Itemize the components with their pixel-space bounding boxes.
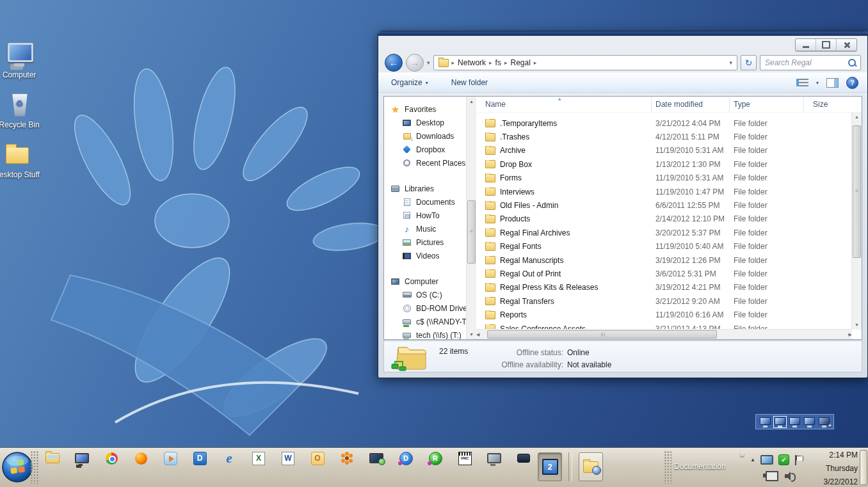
file-row[interactable]: Interviews11/19/2010 1:47 PMFile folder (476, 185, 862, 198)
tray-display-icon[interactable] (760, 455, 773, 465)
scroll-down-icon[interactable]: ▼ (852, 320, 862, 330)
toolbar-grip[interactable] (664, 451, 671, 484)
change-view-icon[interactable] (796, 79, 808, 86)
show-hidden-icons-button[interactable]: ▲ (750, 457, 755, 463)
nav-item-documents[interactable]: Documents (384, 195, 466, 209)
search-box[interactable]: Search Regal (760, 55, 861, 70)
nav-item-music[interactable]: Music (384, 222, 466, 236)
display-off-icon[interactable] (516, 451, 531, 466)
display-settings-icon[interactable] (74, 451, 90, 466)
desktop-icon-desktop-stuff[interactable]: Desktop Stuff (0, 141, 45, 179)
chrome-icon[interactable] (104, 451, 119, 466)
back-button[interactable]: ← (385, 54, 403, 72)
file-row[interactable]: Regal Final Archives3/20/2012 5:37 PMFil… (476, 226, 862, 239)
nav-scrollbar-thumb[interactable] (467, 200, 476, 264)
scroll-up-icon[interactable]: ▲ (852, 112, 862, 122)
nav-item-bd-rom-drive[interactable]: BD-ROM Drive ( (384, 301, 466, 315)
r-badge-icon[interactable]: R (428, 451, 443, 466)
preview-pane-icon[interactable] (826, 78, 839, 88)
tray-network-icon[interactable] (766, 471, 778, 481)
network-pc-icon[interactable] (486, 451, 502, 466)
file-row[interactable]: Regal Manuscripts3/19/2012 1:26 PMFile f… (476, 253, 862, 267)
views-dropdown-icon[interactable]: ▾ (816, 80, 819, 86)
toolbar-grip[interactable] (31, 451, 38, 484)
file-row[interactable]: Archive11/19/2010 5:31 AMFile folder (476, 144, 862, 157)
nav-item-downloads[interactable]: Downloads (384, 129, 466, 143)
scroll-down-icon[interactable]: ▼ (467, 330, 476, 339)
nav-pane-scrollbar[interactable]: ▲ ▼ (466, 97, 476, 339)
breadcrumb-network[interactable]: Network (458, 58, 486, 67)
file-row[interactable]: Regal Out of Print3/6/2012 5:31 PMFile f… (476, 267, 862, 280)
file-row[interactable]: Products2/14/2012 12:10 PMFile folder (476, 212, 862, 226)
nav-header-favorites[interactable]: Favorites (384, 103, 466, 116)
vnc-icon[interactable]: VNC (457, 451, 472, 466)
firefox-icon[interactable] (133, 451, 149, 466)
word-icon[interactable]: W (280, 451, 296, 466)
flower-app-icon[interactable] (339, 451, 355, 466)
nav-item-os-c[interactable]: OS (C:) (384, 288, 466, 301)
organize-button[interactable]: Organize ▾ (387, 76, 432, 89)
documentation-toolbar-label[interactable]: Documentation (674, 462, 726, 471)
window-title-bar[interactable] (378, 31, 867, 36)
file-row[interactable]: Regal Press Kits & Releases3/19/2012 4:2… (476, 281, 862, 294)
taskbar-window-app2[interactable]: 2 (538, 452, 562, 481)
display-3-icon[interactable] (789, 417, 801, 427)
nav-item-desktop[interactable]: Desktop (384, 116, 466, 129)
app-d-tile-icon[interactable]: D (192, 451, 207, 466)
column-header-date-modified[interactable]: Date modified (652, 97, 730, 112)
breadcrumb-regal[interactable]: Regal (510, 58, 530, 67)
desktop-icon-computer[interactable]: Computer (0, 41, 47, 79)
breadcrumb[interactable]: ▸ Network ▸ fs ▸ Regal ▸ ▾ (433, 55, 737, 70)
file-row[interactable]: .Trashes4/12/2011 5:11 PMFile folder (476, 130, 862, 143)
column-header-type[interactable]: Type (730, 97, 804, 112)
desktop-icon-recycle-bin[interactable]: Recycle Bin (0, 91, 47, 129)
media-player-icon[interactable] (163, 451, 178, 466)
vertical-scrollbar[interactable]: ▲ ▼ (851, 112, 862, 330)
d-badge-icon[interactable]: D (398, 451, 414, 466)
toolbar-overflow-chevron[interactable]: » (740, 450, 744, 459)
add-display-icon[interactable]: + (818, 417, 830, 427)
scroll-up-icon[interactable]: ▲ (467, 97, 476, 106)
nav-item-videos[interactable]: Videos (384, 249, 466, 262)
horizontal-scrollbar-thumb[interactable] (487, 330, 717, 339)
start-button[interactable] (1, 451, 33, 483)
column-header-size[interactable]: Size (804, 97, 852, 112)
excel-icon[interactable]: X (251, 451, 266, 466)
horizontal-scrollbar[interactable]: ◀ ▶ (476, 329, 852, 339)
breadcrumb-fs[interactable]: fs (495, 58, 501, 67)
file-row[interactable]: Regal Fonts11/19/2010 5:40 AMFile folder (476, 240, 862, 253)
tray-sync-center-icon[interactable]: ✓ (778, 454, 789, 465)
file-row[interactable]: Sales Conference Assets3/21/2012 4:13 PM… (476, 322, 862, 329)
nav-header-computer[interactable]: Computer (384, 275, 466, 288)
remote-desktop-icon[interactable] (369, 451, 384, 466)
file-row[interactable]: Forms11/19/2010 5:31 AMFile folder (476, 172, 862, 185)
new-folder-button[interactable]: New folder (447, 76, 492, 89)
outlook-icon[interactable]: O (310, 451, 325, 466)
file-row[interactable]: Reports11/19/2010 6:16 AMFile folder (476, 308, 862, 321)
close-button[interactable] (836, 39, 856, 51)
help-icon[interactable]: ? (846, 77, 858, 89)
display-4-icon[interactable] (803, 417, 816, 427)
taskbar-window-explorer[interactable] (579, 452, 603, 481)
tray-action-center-icon[interactable] (794, 455, 802, 465)
vertical-scrollbar-thumb[interactable] (853, 125, 861, 258)
nav-item-howto[interactable]: HowTo (384, 209, 466, 222)
file-row[interactable]: Drop Box1/13/2012 1:30 PMFile folder (476, 157, 862, 171)
nav-item-c-randy-tu[interactable]: c$ (\\RANDY-TU (384, 315, 466, 328)
nav-item-recent-places[interactable]: Recent Places (384, 156, 466, 170)
nav-item-pictures[interactable]: Pictures (384, 236, 466, 249)
address-dropdown-icon[interactable]: ▾ (729, 60, 732, 66)
nav-item-dropbox[interactable]: Dropbox (384, 143, 466, 156)
internet-explorer-icon[interactable]: e (221, 451, 237, 466)
minimize-button[interactable] (796, 39, 816, 51)
recent-pages-dropdown-icon[interactable]: ▾ (427, 60, 430, 66)
show-desktop-button[interactable] (860, 450, 867, 485)
display-2-icon[interactable] (774, 417, 786, 427)
refresh-button[interactable]: ↻ (741, 55, 757, 70)
nav-header-libraries[interactable]: Libraries (384, 182, 466, 195)
file-row[interactable]: Regal Transfers3/21/2012 9:20 AMFile fol… (476, 294, 862, 308)
taskbar-clock[interactable]: 2:14 PM Thursday 3/22/2012 (824, 449, 858, 487)
file-row[interactable]: .TemporaryItems3/21/2012 4:04 PMFile fol… (476, 116, 862, 130)
nav-item-tech-fs-t[interactable]: tech (\\fs) (T:) (384, 328, 466, 339)
display-1-icon[interactable] (759, 417, 771, 427)
